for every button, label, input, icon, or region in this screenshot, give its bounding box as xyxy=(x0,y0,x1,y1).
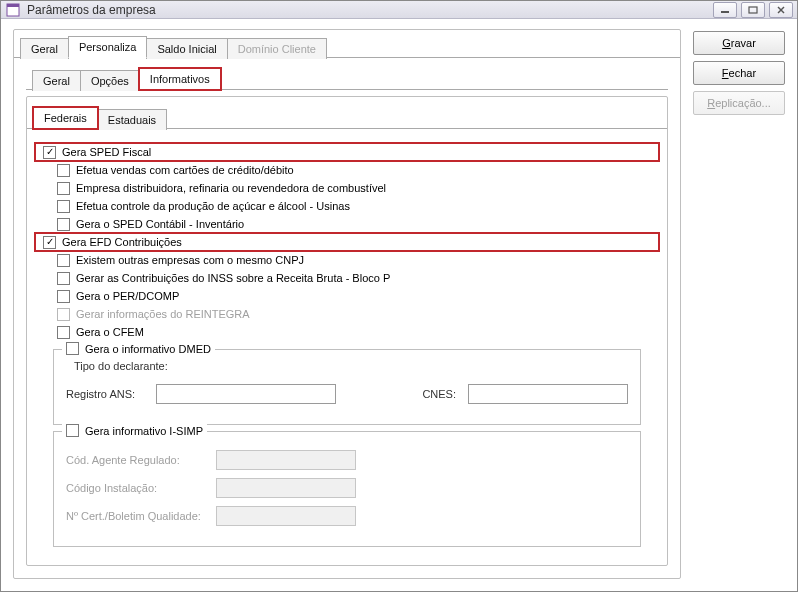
checkbox-icon xyxy=(57,290,70,303)
window-title: Parâmetros da empresa xyxy=(27,3,713,17)
checkbox-icon xyxy=(57,200,70,213)
client-area: Geral Personaliza Saldo Inicial Domínio … xyxy=(1,19,797,591)
fechar-button[interactable]: Fechar xyxy=(693,61,785,85)
btn-label-rest: ravar xyxy=(731,37,756,49)
checkbox-icon xyxy=(57,182,70,195)
check-label: Existem outras empresas com o mesmo CNPJ xyxy=(76,253,304,267)
group-title-text: Gera o informativo DMED xyxy=(85,343,211,355)
check-label: Gera o PER/DCOMP xyxy=(76,289,179,303)
app-icon xyxy=(5,2,21,18)
checkbox-icon xyxy=(57,272,70,285)
checkbox-icon xyxy=(66,342,79,355)
checkbox-icon xyxy=(57,254,70,267)
inner-frame: Federais Estaduais ✓ Gera SPED Fiscal Ef… xyxy=(26,96,668,566)
check-label: Gerar as Contribuições do INSS sobre a R… xyxy=(76,271,390,285)
tab-inner-geral[interactable]: Geral xyxy=(32,70,81,91)
group-dmed-title[interactable]: Gera o informativo DMED xyxy=(62,342,215,355)
checkbox-icon xyxy=(66,424,79,437)
group-isimp-title[interactable]: Gera informativo I-SIMP xyxy=(62,424,207,437)
codigo-instalacao-label: Código Instalação: xyxy=(66,482,216,494)
check-label: Gera o CFEM xyxy=(76,325,144,339)
minimize-button[interactable] xyxy=(713,2,737,18)
checkbox-icon: ✓ xyxy=(43,146,56,159)
check-label: Empresa distribuidora, refinaria ou reve… xyxy=(76,181,386,195)
check-reintegra: Gerar informações do REINTEGRA xyxy=(35,305,659,323)
check-cfem[interactable]: Gera o CFEM xyxy=(35,323,659,341)
check-outras-cnpj[interactable]: Existem outras empresas com o mesmo CNPJ xyxy=(35,251,659,269)
sub-tab-content: ✓ Gera SPED Fiscal Efetua vendas com car… xyxy=(27,129,667,565)
tab-dominio-cliente: Domínio Cliente xyxy=(227,38,327,59)
group-dmed: Gera o informativo DMED Tipo do declaran… xyxy=(53,349,641,425)
group-isimp: Gera informativo I-SIMP Cód. Agente Regu… xyxy=(53,431,641,547)
check-distribuidora[interactable]: Empresa distribuidora, refinaria ou reve… xyxy=(35,179,659,197)
checkbox-icon xyxy=(57,218,70,231)
cert-input xyxy=(216,506,356,526)
cod-agente-label: Cód. Agente Regulado: xyxy=(66,454,216,466)
close-button[interactable] xyxy=(769,2,793,18)
tab-geral[interactable]: Geral xyxy=(20,38,69,59)
checkbox-icon xyxy=(57,308,70,321)
tab-personaliza[interactable]: Personaliza xyxy=(68,36,147,58)
check-label: Gerar informações do REINTEGRA xyxy=(76,307,250,321)
tab-federais[interactable]: Federais xyxy=(33,107,98,129)
titlebar: Parâmetros da empresa xyxy=(1,1,797,19)
window-controls xyxy=(713,2,793,18)
check-label: Gera SPED Fiscal xyxy=(62,145,151,159)
check-vendas-cartao[interactable]: Efetua vendas com cartões de crédito/déb… xyxy=(35,161,659,179)
check-efd-contrib[interactable]: ✓ Gera EFD Contribuições xyxy=(35,233,659,251)
checkbox-icon xyxy=(57,164,70,177)
check-label: Efetua controle da produção de açúcar e … xyxy=(76,199,350,213)
codigo-instalacao-input xyxy=(216,478,356,498)
checkbox-icon xyxy=(57,326,70,339)
tab-inner-informativos[interactable]: Informativos xyxy=(139,68,221,90)
svg-rect-3 xyxy=(749,7,757,13)
checkbox-icon: ✓ xyxy=(43,236,56,249)
tab-inner-opcoes[interactable]: Opções xyxy=(80,70,140,91)
outer-tabstrip: Geral Personaliza Saldo Inicial Domínio … xyxy=(14,34,680,58)
cod-agente-input xyxy=(216,450,356,470)
registro-ans-input[interactable] xyxy=(156,384,336,404)
main-panel: Geral Personaliza Saldo Inicial Domínio … xyxy=(13,29,681,579)
check-per-dcomp[interactable]: Gera o PER/DCOMP xyxy=(35,287,659,305)
check-label: Gera EFD Contribuições xyxy=(62,235,182,249)
tab-saldo-inicial[interactable]: Saldo Inicial xyxy=(146,38,227,59)
window: Parâmetros da empresa Geral Personaliza … xyxy=(0,0,798,592)
tab-estaduais[interactable]: Estaduais xyxy=(97,109,167,130)
check-controle-acucar[interactable]: Efetua controle da produção de açúcar e … xyxy=(35,197,659,215)
checkbox-list: ✓ Gera SPED Fiscal Efetua vendas com car… xyxy=(35,137,659,343)
check-label: Efetua vendas com cartões de crédito/déb… xyxy=(76,163,294,177)
check-sped-contabil[interactable]: Gera o SPED Contábil - Inventário xyxy=(35,215,659,233)
svg-rect-1 xyxy=(7,4,19,7)
inner-tabstrip: Geral Opções Informativos xyxy=(26,66,668,90)
check-label: Gera o SPED Contábil - Inventário xyxy=(76,217,244,231)
tipo-declarante-label: Tipo do declarante: xyxy=(74,360,168,372)
cnes-label: CNES: xyxy=(396,388,456,400)
maximize-button[interactable] xyxy=(741,2,765,18)
cnes-input[interactable] xyxy=(468,384,628,404)
btn-label-rest: eplicação... xyxy=(715,97,771,109)
check-inss-bloco-p[interactable]: Gerar as Contribuições do INSS sobre a R… xyxy=(35,269,659,287)
gravar-button[interactable]: Gravar xyxy=(693,31,785,55)
sub-tabstrip: Federais Estaduais xyxy=(27,105,667,129)
replicacao-button: Replicação... xyxy=(693,91,785,115)
btn-label-rest: echar xyxy=(729,67,757,79)
registro-ans-label: Registro ANS: xyxy=(66,388,156,400)
right-button-panel: Gravar Fechar Replicação... xyxy=(693,29,785,579)
cert-label: Nº Cert./Boletim Qualidade: xyxy=(66,510,216,522)
check-sped-fiscal[interactable]: ✓ Gera SPED Fiscal xyxy=(35,143,659,161)
outer-tab-content: Geral Opções Informativos Federais Estad… xyxy=(14,58,680,578)
group-title-text: Gera informativo I-SIMP xyxy=(85,425,203,437)
svg-rect-2 xyxy=(721,11,729,13)
